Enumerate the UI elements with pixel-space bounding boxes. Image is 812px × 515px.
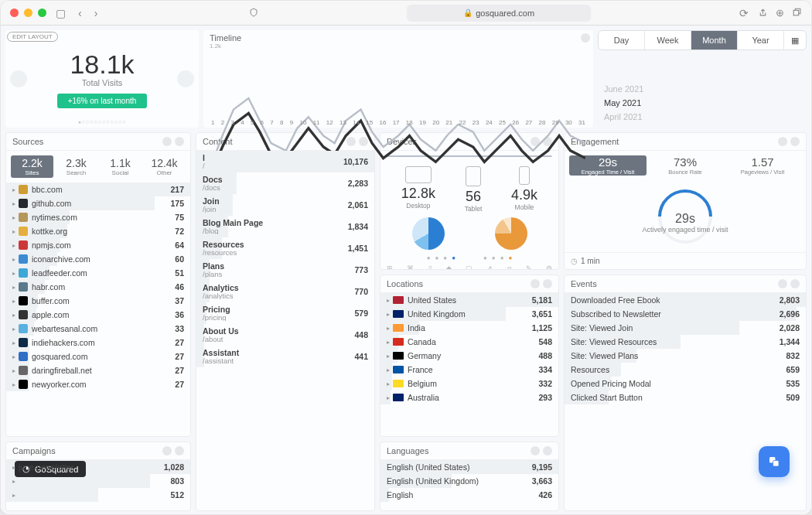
kpi-prev-button[interactable] — [10, 70, 27, 87]
list-item[interactable]: ▸apple.com36 — [6, 308, 190, 322]
list-item[interactable]: I/10,176 — [196, 151, 374, 172]
list-item[interactable]: ▸Australia293 — [380, 391, 558, 404]
close-icon[interactable] — [175, 446, 184, 455]
list-item[interactable]: ▸India1,125 — [380, 321, 558, 335]
list-item[interactable]: ▸github.com175 — [6, 196, 190, 210]
list-item[interactable]: ▸Belgium332 — [380, 377, 558, 391]
period-tab-week[interactable]: Week — [645, 31, 691, 49]
month-item[interactable]: May 2021 — [604, 98, 800, 107]
forward-button[interactable]: › — [91, 7, 101, 19]
gear-icon[interactable] — [162, 446, 172, 455]
period-tab-year[interactable]: Year — [738, 31, 784, 49]
list-item[interactable]: Docs/docs2,283 — [196, 172, 374, 194]
source-tab[interactable]: 2.2kSites — [11, 155, 53, 178]
list-item[interactable]: Site: Viewed Plans832 — [565, 349, 806, 363]
engagement-kpi[interactable]: 73%Bounce Rate — [647, 155, 724, 176]
url-bar[interactable]: 🔒 gosquared.com — [407, 5, 591, 22]
list-item[interactable]: Assistant/assistant441 — [196, 346, 374, 367]
back-button[interactable]: ‹ — [75, 7, 85, 19]
timeline-title: Timeline — [210, 33, 587, 43]
engagement-card: Engagement 29sEngaged Time / Visit73%Bou… — [564, 132, 807, 270]
source-tab[interactable]: 1.1kSocial — [99, 155, 142, 178]
share-icon[interactable] — [758, 7, 768, 19]
list-item[interactable]: ▸bbc.com217 — [6, 182, 190, 196]
minimize-window-button[interactable] — [24, 9, 32, 17]
list-item[interactable]: ▸buffer.com37 — [6, 294, 190, 308]
mac-icon: ⌘ — [407, 264, 414, 270]
list-item[interactable]: ▸webartesanal.com33 — [6, 322, 190, 336]
gear-icon[interactable] — [778, 137, 787, 146]
gear-icon[interactable] — [531, 279, 540, 288]
sources-card: Sources 2.2kSites2.3kSearch1.1kSocial12.… — [5, 132, 191, 437]
languages-card: Languages English (United States)9,195En… — [380, 442, 559, 511]
list-item[interactable]: ▸leadfeeder.com51 — [6, 266, 190, 280]
close-icon[interactable] — [543, 279, 552, 288]
close-icon[interactable] — [175, 137, 184, 146]
share-icon: ↗ — [486, 264, 493, 270]
maximize-window-button[interactable] — [38, 9, 46, 17]
list-item[interactable]: ▸kottke.org72 — [6, 224, 190, 238]
list-item[interactable]: Resources659 — [565, 363, 806, 377]
close-icon[interactable] — [790, 279, 800, 288]
new-tab-icon[interactable]: ⊕ — [776, 7, 784, 19]
list-item[interactable]: ▸habr.com46 — [6, 280, 190, 294]
list-item[interactable]: ▸npmjs.com64 — [6, 238, 190, 252]
reload-icon[interactable]: ⟳ — [736, 7, 752, 19]
close-icon[interactable] — [790, 137, 800, 146]
list-item[interactable]: Site: Viewed Resources1,344 — [565, 335, 806, 349]
list-item[interactable]: ▸512 — [6, 488, 190, 502]
close-icon[interactable] — [543, 446, 552, 455]
sidebar-toggle-icon[interactable]: ▢ — [53, 7, 69, 19]
list-item[interactable]: ▸United States5,181 — [380, 293, 558, 307]
list-item[interactable]: Resources/resources1,451 — [196, 237, 374, 259]
engagement-kpi[interactable]: 1.57Pageviews / Visit — [724, 155, 801, 176]
month-item[interactable]: April 2021 — [604, 112, 800, 121]
tabs-icon[interactable] — [792, 7, 802, 19]
close-window-button[interactable] — [10, 9, 19, 17]
list-item[interactable]: About Us/about448 — [196, 324, 374, 346]
list-item[interactable]: ▸gosquared.com27 — [6, 350, 190, 363]
list-item[interactable]: ▸newyorker.com27 — [6, 377, 190, 391]
list-item[interactable]: English (United Kingdom)3,663 — [380, 474, 558, 488]
list-item[interactable]: Blog Main Page/blog1,834 — [196, 216, 374, 237]
kpi-pagination-dots[interactable]: ●○○○○○○○○○○○ — [78, 119, 127, 124]
list-item[interactable]: Clicked Start Button509 — [565, 391, 806, 404]
list-item[interactable]: English (United States)9,195 — [380, 460, 558, 474]
list-item[interactable]: Join/join2,061 — [196, 194, 374, 216]
kpi-change-badge: +16% on last month — [57, 94, 148, 108]
list-item[interactable]: Analytics/analytics770 — [196, 281, 374, 302]
list-item[interactable]: Subscribed to Newsletter2,696 — [565, 307, 806, 321]
browser-window: ▢ ‹ › 🔒 gosquared.com ⟳ ⊕ EDIT LAYOUT 18… — [0, 0, 812, 515]
gear-icon[interactable] — [778, 279, 787, 288]
kpi-label: Total Visits — [82, 78, 122, 87]
period-tab-month[interactable]: Month — [691, 31, 738, 49]
list-item[interactable]: ▸Germany488 — [380, 349, 558, 363]
list-item[interactable]: Downloaded Free Ebook2,803 — [565, 293, 806, 307]
list-item[interactable]: ▸Canada548 — [380, 335, 558, 349]
calendar-icon[interactable]: ▦ — [784, 31, 806, 49]
gear-icon[interactable] — [531, 446, 540, 455]
source-tab[interactable]: 2.3kSearch — [55, 155, 97, 178]
edit-layout-button[interactable]: EDIT LAYOUT — [7, 32, 58, 42]
timeline-close-button[interactable] — [581, 33, 590, 43]
shield-icon[interactable] — [246, 7, 261, 19]
list-item[interactable]: ▸nytimes.com75 — [6, 210, 190, 224]
list-item[interactable]: Plans/plans773 — [196, 259, 374, 281]
gear-icon[interactable] — [162, 137, 172, 146]
list-item[interactable]: ▸iconarchive.com60 — [6, 252, 190, 266]
list-item[interactable]: ▸indiehackers.com27 — [6, 336, 190, 350]
month-item[interactable]: June 2021 — [604, 84, 800, 94]
kpi-next-button[interactable] — [177, 70, 194, 87]
os-pie-chart — [495, 217, 527, 250]
list-item[interactable]: ▸daringfireball.net27 — [6, 363, 190, 377]
period-tab-day[interactable]: Day — [599, 31, 645, 49]
settings-icon: ⚙ — [546, 264, 552, 270]
list-item[interactable]: Site: Viewed Join2,028 — [565, 321, 806, 335]
chat-fab[interactable] — [759, 446, 790, 477]
list-item[interactable]: ▸France334 — [380, 363, 558, 377]
list-item[interactable]: English426 — [380, 488, 558, 502]
list-item[interactable]: ▸United Kingdom3,651 — [380, 307, 558, 321]
source-tab[interactable]: 12.4kOther — [143, 155, 186, 178]
list-item[interactable]: Opened Pricing Modal535 — [565, 377, 806, 391]
list-item[interactable]: Pricing/pricing579 — [196, 302, 374, 324]
